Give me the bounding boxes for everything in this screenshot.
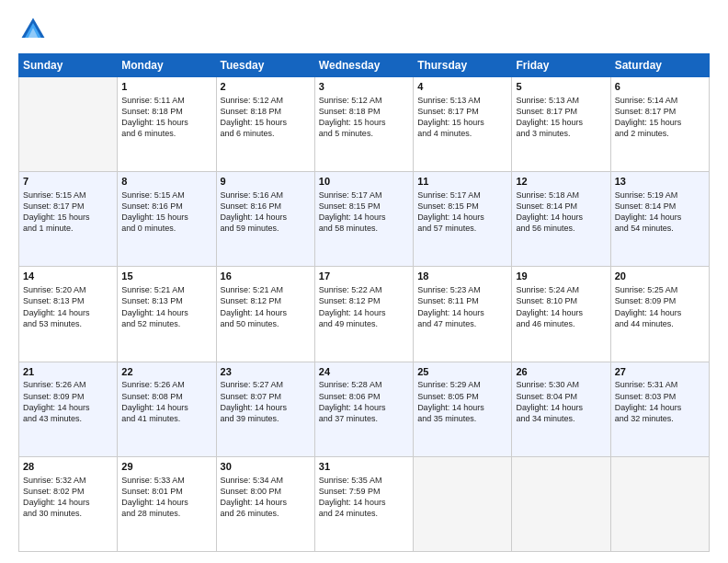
calendar-week-5: 28Sunrise: 5:32 AMSunset: 8:02 PMDayligh… [19, 456, 710, 551]
day-info: and 26 minutes. [221, 508, 311, 519]
day-info: and 54 minutes. [615, 223, 705, 234]
day-info: Sunrise: 5:13 AM [417, 95, 507, 106]
calendar-cell: 1Sunrise: 5:11 AMSunset: 8:18 PMDaylight… [118, 77, 216, 172]
day-number: 22 [121, 365, 211, 379]
day-info: and 56 minutes. [516, 223, 606, 234]
day-number: 19 [516, 270, 606, 283]
day-info: and 57 minutes. [417, 223, 507, 234]
day-number: 11 [417, 175, 507, 189]
day-info: Daylight: 15 hours [319, 117, 409, 128]
day-info: Sunrise: 5:23 AM [417, 284, 507, 295]
day-info: Sunrise: 5:34 AM [221, 475, 311, 486]
day-info: Sunset: 8:11 PM [417, 295, 507, 306]
calendar-cell: 29Sunrise: 5:33 AMSunset: 8:01 PMDayligh… [118, 456, 216, 551]
day-number: 3 [319, 80, 409, 94]
day-info: and 44 minutes. [615, 318, 705, 329]
day-info: Daylight: 14 hours [516, 212, 606, 223]
day-info: Daylight: 14 hours [615, 402, 705, 413]
day-info: Sunset: 8:13 PM [121, 295, 211, 306]
day-info: Sunrise: 5:25 AM [615, 284, 705, 295]
day-info: Sunrise: 5:11 AM [121, 95, 211, 106]
day-info: and 2 minutes. [615, 128, 705, 139]
day-info: and 49 minutes. [319, 318, 409, 329]
day-info: Daylight: 15 hours [23, 212, 113, 223]
day-number: 25 [417, 365, 507, 379]
day-info: Sunrise: 5:22 AM [319, 284, 409, 295]
calendar-week-4: 21Sunrise: 5:26 AMSunset: 8:09 PMDayligh… [19, 362, 710, 456]
calendar-cell: 20Sunrise: 5:25 AMSunset: 8:09 PMDayligh… [610, 267, 709, 362]
day-info: and 3 minutes. [516, 128, 606, 139]
day-info: and 6 minutes. [121, 128, 211, 139]
calendar-header-saturday: Saturday [610, 54, 709, 77]
day-info: Sunset: 8:06 PM [319, 391, 409, 402]
day-info: Sunset: 8:03 PM [615, 391, 705, 402]
day-info: Daylight: 14 hours [121, 307, 211, 318]
day-info: Daylight: 14 hours [221, 402, 311, 413]
calendar-header-monday: Monday [118, 54, 216, 77]
calendar-cell: 16Sunrise: 5:21 AMSunset: 8:12 PMDayligh… [216, 267, 314, 362]
day-number: 13 [615, 175, 705, 189]
day-info: Sunrise: 5:27 AM [221, 379, 311, 390]
calendar-cell: 14Sunrise: 5:20 AMSunset: 8:13 PMDayligh… [19, 267, 118, 362]
day-info: and 53 minutes. [23, 318, 113, 329]
day-info: Daylight: 14 hours [23, 497, 113, 508]
day-number: 28 [23, 460, 113, 474]
day-info: Daylight: 14 hours [516, 402, 606, 413]
day-info: Sunrise: 5:31 AM [615, 379, 705, 390]
day-info: Sunrise: 5:15 AM [23, 190, 113, 201]
day-info: Sunset: 8:02 PM [23, 486, 113, 497]
day-info: Daylight: 15 hours [516, 117, 606, 128]
day-info: and 24 minutes. [319, 508, 409, 519]
day-number: 16 [221, 270, 311, 283]
day-info: Sunrise: 5:21 AM [221, 284, 311, 295]
day-info: and 32 minutes. [615, 413, 705, 424]
day-info: Daylight: 15 hours [615, 117, 705, 128]
calendar-week-2: 7Sunrise: 5:15 AMSunset: 8:17 PMDaylight… [19, 172, 710, 267]
day-info: Daylight: 14 hours [516, 307, 606, 318]
calendar-cell: 19Sunrise: 5:24 AMSunset: 8:10 PMDayligh… [512, 267, 610, 362]
day-number: 20 [615, 270, 705, 283]
calendar-cell: 15Sunrise: 5:21 AMSunset: 8:13 PMDayligh… [118, 267, 216, 362]
day-info: Sunrise: 5:12 AM [319, 95, 409, 106]
day-info: Sunset: 8:17 PM [615, 106, 705, 117]
day-info: Sunrise: 5:15 AM [121, 190, 211, 201]
day-info: Sunrise: 5:16 AM [221, 190, 311, 201]
day-info: Daylight: 15 hours [221, 117, 311, 128]
calendar-header-sunday: Sunday [19, 54, 118, 77]
calendar-cell: 21Sunrise: 5:26 AMSunset: 8:09 PMDayligh… [19, 362, 118, 456]
day-number: 8 [121, 175, 211, 189]
day-info: Sunset: 8:05 PM [417, 391, 507, 402]
calendar-cell [610, 456, 709, 551]
day-info: Daylight: 14 hours [319, 402, 409, 413]
calendar-cell: 18Sunrise: 5:23 AMSunset: 8:11 PMDayligh… [414, 267, 512, 362]
day-info: Sunrise: 5:32 AM [23, 475, 113, 486]
day-info: and 5 minutes. [319, 128, 409, 139]
day-number: 6 [615, 80, 705, 94]
day-info: Sunset: 8:18 PM [319, 106, 409, 117]
day-number: 4 [417, 80, 507, 94]
day-info: Sunset: 7:59 PM [319, 486, 409, 497]
day-info: Sunrise: 5:14 AM [615, 95, 705, 106]
day-info: Sunrise: 5:35 AM [319, 475, 409, 486]
day-number: 27 [615, 365, 705, 379]
calendar-cell: 31Sunrise: 5:35 AMSunset: 7:59 PMDayligh… [314, 456, 413, 551]
day-number: 15 [121, 270, 211, 283]
calendar-cell: 3Sunrise: 5:12 AMSunset: 8:18 PMDaylight… [314, 77, 413, 172]
day-info: and 1 minute. [23, 223, 113, 234]
calendar-cell: 22Sunrise: 5:26 AMSunset: 8:08 PMDayligh… [118, 362, 216, 456]
day-number: 18 [417, 270, 507, 283]
day-number: 31 [319, 460, 409, 474]
day-info: Daylight: 14 hours [23, 307, 113, 318]
day-info: and 35 minutes. [417, 413, 507, 424]
day-info: Daylight: 14 hours [319, 212, 409, 223]
day-number: 7 [23, 175, 113, 189]
day-info: Daylight: 14 hours [615, 307, 705, 318]
calendar-cell: 6Sunrise: 5:14 AMSunset: 8:17 PMDaylight… [610, 77, 709, 172]
day-info: Daylight: 14 hours [221, 212, 311, 223]
day-info: Sunrise: 5:19 AM [615, 190, 705, 201]
day-number: 12 [516, 175, 606, 189]
day-info: and 43 minutes. [23, 413, 113, 424]
day-info: Sunrise: 5:21 AM [121, 284, 211, 295]
day-info: Sunrise: 5:28 AM [319, 379, 409, 390]
day-info: Sunrise: 5:18 AM [516, 190, 606, 201]
